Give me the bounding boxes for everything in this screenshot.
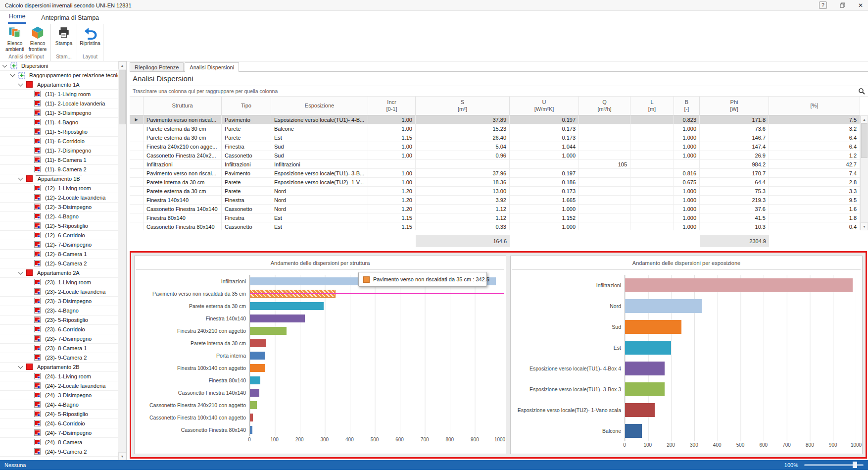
scrollbar-thumb[interactable] bbox=[119, 70, 126, 124]
tree-item[interactable]: (12)- 6-Corridoio bbox=[0, 231, 118, 240]
tree-item[interactable]: (24)- 8-Camera bbox=[0, 438, 118, 447]
elenco-ambienti-button[interactable]: Elenco ambienti bbox=[3, 25, 26, 53]
column-header-phi[interactable]: Phi[W] bbox=[700, 97, 769, 115]
tree-item[interactable]: (24)- 5-Ripostiglio bbox=[0, 410, 118, 419]
column-header-q[interactable]: Q[m³/h] bbox=[579, 97, 630, 115]
chart-bar[interactable] bbox=[250, 426, 252, 434]
chart-bar[interactable] bbox=[250, 315, 305, 322]
tree-item[interactable]: (11)- 5-Ripostiglio bbox=[0, 127, 118, 137]
help-button[interactable]: ? bbox=[819, 1, 827, 9]
tree-item[interactable]: (24)- 9-Camera 2 bbox=[0, 447, 118, 457]
tree-item[interactable]: (12)- 8-Camera 1 bbox=[0, 250, 118, 259]
tree-item[interactable]: (24)- 2-Locale lavanderia bbox=[0, 381, 118, 391]
chevron-down-icon[interactable] bbox=[18, 175, 23, 180]
scrollbar-thumb[interactable] bbox=[861, 123, 868, 158]
column-header-u[interactable]: U[W/m²K] bbox=[510, 97, 579, 115]
scroll-up-button[interactable]: ▲ bbox=[861, 115, 868, 123]
tree-item[interactable]: (11)- 4-Bagno bbox=[0, 118, 118, 127]
chart-bar[interactable] bbox=[625, 278, 853, 292]
elenco-frontiere-button[interactable]: Elenco frontiere bbox=[26, 25, 49, 53]
column-header-indicator[interactable] bbox=[130, 97, 144, 115]
group-by-drop-zone[interactable]: Trascinare una colonna qui per raggruppa… bbox=[130, 86, 868, 97]
search-icon[interactable] bbox=[858, 88, 865, 95]
ribbon-tab-anteprima[interactable]: Anteprima di Stampa bbox=[40, 13, 100, 24]
tree-item[interactable]: (12)- 9-Camera 2 bbox=[0, 259, 118, 268]
scroll-down-button[interactable]: ▼ bbox=[118, 452, 126, 460]
tree-item[interactable]: Appartamento 1A bbox=[0, 80, 118, 90]
tree-item[interactable]: (24)- 3-Disimpegno bbox=[0, 391, 118, 400]
tree-item[interactable]: Raggruppamento per relazione tecnica bbox=[0, 71, 118, 80]
restore-button[interactable] bbox=[840, 2, 845, 8]
zoom-slider-thumb[interactable] bbox=[853, 462, 857, 468]
tree-item[interactable]: (11)- 8-Camera 1 bbox=[0, 156, 118, 165]
column-header-incr[interactable]: Incr[0-1] bbox=[368, 97, 416, 115]
table-row[interactable]: Parete interna da 30 cmPareteEsposizione… bbox=[130, 178, 860, 187]
chart-bar[interactable] bbox=[625, 299, 702, 313]
table-row[interactable]: Parete esterna da 30 cmPareteBalcone1.00… bbox=[130, 124, 860, 133]
table-row[interactable]: Cassonetto Finestra 140x140CassonettoNor… bbox=[130, 205, 860, 213]
chart-bar[interactable] bbox=[250, 376, 260, 384]
tree-item[interactable]: (11)- 3-Disimpegno bbox=[0, 108, 118, 118]
table-row[interactable]: Pavimento verso non riscal...PavimentoEs… bbox=[130, 169, 860, 178]
column-header--[interactable]: [%] bbox=[769, 97, 860, 115]
tree-scrollbar[interactable]: ▲ ▼ bbox=[118, 61, 126, 460]
scroll-up-button[interactable]: ▲ bbox=[118, 61, 126, 69]
chevron-down-icon[interactable] bbox=[10, 72, 15, 77]
tree-item[interactable]: (23)- 5-Ripostiglio bbox=[0, 315, 118, 325]
chart-bar[interactable] bbox=[625, 341, 671, 355]
table-row[interactable]: InfiltrazioniInfiltrazioniInfiltrazioni1… bbox=[130, 160, 860, 169]
tree-item[interactable]: (12)- 3-Disimpegno bbox=[0, 203, 118, 212]
chart-bar[interactable] bbox=[250, 327, 287, 335]
zoom-slider[interactable] bbox=[804, 464, 864, 466]
tab-riepilogo-potenze[interactable]: Riepilogo Potenze bbox=[130, 62, 184, 71]
tree-item[interactable]: (23)- 1-Living room bbox=[0, 278, 118, 287]
tree-item[interactable]: (11)- 7-Disimpegno bbox=[0, 146, 118, 156]
tab-analisi-dispersioni[interactable]: Analisi Dispersioni bbox=[185, 62, 239, 72]
table-row[interactable]: Finestra 140x140FinestraNord1.203.921.66… bbox=[130, 196, 860, 205]
tree-item[interactable]: (23)- 6-Corridoio bbox=[0, 325, 118, 334]
tree-item[interactable]: (23)- 9-Camera 2 bbox=[0, 353, 118, 363]
table-row[interactable]: Parete esterna da 30 cmPareteNord1.2013.… bbox=[130, 187, 860, 196]
chevron-down-icon[interactable] bbox=[18, 364, 23, 368]
tree-item[interactable]: (24)- 1-Living room bbox=[0, 372, 118, 381]
chart-bar[interactable] bbox=[625, 382, 665, 396]
column-header-esposizione[interactable]: Esposizione bbox=[271, 97, 368, 115]
ripristina-button[interactable]: Ripristina bbox=[79, 25, 101, 53]
table-row[interactable]: ▶Pavimento verso non riscal...PavimentoE… bbox=[130, 115, 860, 124]
ribbon-tab-home[interactable]: Home bbox=[8, 12, 26, 24]
column-header-l[interactable]: L[m] bbox=[630, 97, 674, 115]
tree-item[interactable]: (12)- 2-Locale lavanderia bbox=[0, 193, 118, 203]
table-row[interactable]: Finestra 240x210 con agge...FinestraSud1… bbox=[130, 142, 860, 151]
tree-item[interactable]: (12)- 4-Bagno bbox=[0, 212, 118, 221]
table-scrollbar[interactable]: ▲ ▼ bbox=[860, 115, 868, 230]
tree-item[interactable]: Appartamento 2B bbox=[0, 363, 118, 372]
close-button[interactable]: ✕ bbox=[858, 2, 863, 9]
chevron-down-icon[interactable] bbox=[2, 62, 7, 67]
tree-item[interactable]: (11)- 2-Locale lavanderia bbox=[0, 99, 118, 108]
column-header-struttura[interactable]: Struttura bbox=[144, 97, 222, 115]
column-header-tipo[interactable]: Tipo bbox=[222, 97, 271, 115]
tree-item[interactable]: (11)- 1-Living room bbox=[0, 90, 118, 99]
chart-bar[interactable] bbox=[250, 401, 257, 409]
chart-bar[interactable] bbox=[250, 364, 265, 372]
tree-item[interactable]: (23)- 4-Bagno bbox=[0, 306, 118, 315]
chart-bar[interactable] bbox=[250, 414, 253, 421]
table-row[interactable]: Finestra 80x140FinestraEst1.151.121.1521… bbox=[130, 213, 860, 222]
chart-bar[interactable] bbox=[250, 302, 324, 310]
tree-item[interactable]: Appartamento 2A bbox=[0, 268, 118, 278]
chart-bar[interactable] bbox=[625, 424, 642, 438]
table-row[interactable]: Cassonetto Finestra 80x140CassonettoEst1… bbox=[130, 222, 860, 230]
tree-item[interactable]: Dispersioni bbox=[0, 61, 118, 71]
tree-item[interactable]: (23)- 7-Disimpegno bbox=[0, 334, 118, 344]
chart-bar[interactable] bbox=[250, 339, 266, 347]
tree-item[interactable]: Appartamento 1B bbox=[0, 174, 118, 184]
tree-item[interactable]: (23)- 8-Camera 1 bbox=[0, 344, 118, 353]
chart-bar[interactable] bbox=[625, 320, 681, 334]
tree-item[interactable]: (24)- 6-Corridoio bbox=[0, 419, 118, 428]
tree-item[interactable]: (12)- 5-Ripostiglio bbox=[0, 221, 118, 231]
tree-item[interactable]: (24)- 7-Disimpegno bbox=[0, 428, 118, 438]
table-row[interactable]: Cassonetto Finestra 240x2...CassonettoSu… bbox=[130, 151, 860, 160]
tree-item[interactable]: (12)- 7-Disimpegno bbox=[0, 240, 118, 250]
column-header-s[interactable]: S[m²] bbox=[416, 97, 510, 115]
tree-item[interactable]: (11)- 9-Camera 2 bbox=[0, 165, 118, 174]
